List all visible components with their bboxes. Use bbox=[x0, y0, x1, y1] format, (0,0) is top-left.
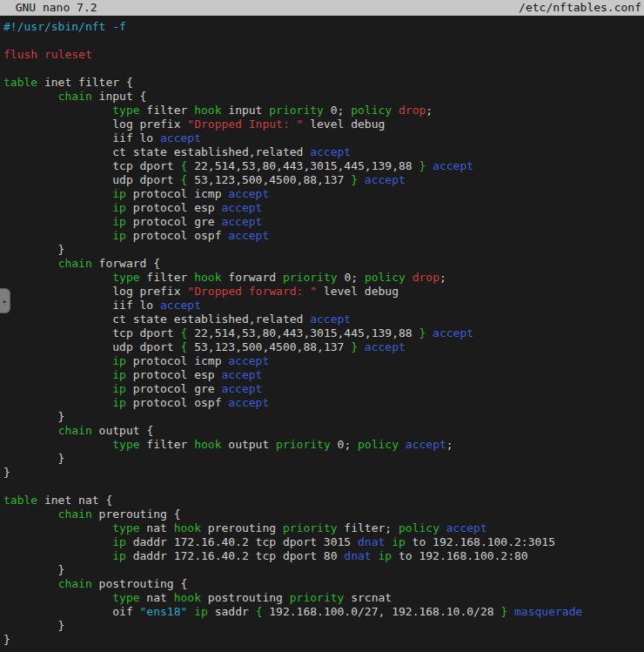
code-segment bbox=[3, 215, 112, 228]
chevron-right-icon: ▸ bbox=[3, 294, 7, 308]
code-segment: accept bbox=[433, 159, 473, 172]
code-segment: udp dport bbox=[112, 173, 180, 186]
code-segment: postrouting { bbox=[92, 577, 188, 590]
code-line: tcp dport { 22,514,53,80,443,3015,445,13… bbox=[3, 159, 644, 173]
code-segment: 53,123,500,4500,88,137 bbox=[187, 340, 351, 353]
code-segment: hook bbox=[174, 521, 201, 534]
code-segment: } bbox=[3, 452, 64, 465]
code-segment: ip bbox=[112, 382, 126, 395]
code-segment: ip bbox=[112, 201, 126, 214]
code-segment: ip bbox=[112, 549, 126, 562]
code-segment: policy bbox=[365, 271, 406, 284]
code-segment: ip bbox=[194, 605, 208, 618]
code-segment: chain bbox=[58, 507, 92, 521]
code-line: tcp dport { 22,514,53,80,443,3015,445,13… bbox=[3, 326, 644, 340]
code-segment: inet filter { bbox=[37, 76, 133, 89]
code-segment bbox=[3, 591, 112, 604]
code-segment: policy bbox=[399, 521, 439, 534]
code-segment: forward bbox=[221, 271, 282, 284]
code-segment: iif lo bbox=[112, 131, 160, 145]
code-line: ip daddr 172.16.40.2 tcp dport 80 dnat i… bbox=[3, 549, 644, 563]
code-segment: drop bbox=[413, 271, 439, 284]
code-segment bbox=[3, 521, 112, 534]
code-segment: protocol ospf bbox=[126, 396, 228, 409]
code-segment: 53,123,500,4500,88,137 bbox=[187, 173, 351, 186]
code-segment: } bbox=[351, 340, 358, 353]
code-segment: } bbox=[351, 173, 358, 186]
code-segment: input bbox=[221, 104, 269, 117]
code-line: type nat hook prerouting priority filter… bbox=[3, 521, 644, 535]
console-panel-toggle[interactable]: ▸ bbox=[0, 288, 10, 313]
code-line: type nat hook postrouting priority srcna… bbox=[3, 591, 644, 605]
code-segment bbox=[3, 507, 58, 521]
code-line: log prefix "Dropped Input: " level debug bbox=[3, 118, 644, 131]
code-segment: saddr bbox=[208, 605, 256, 618]
code-segment: 0; bbox=[324, 104, 351, 117]
code-segment: } bbox=[3, 633, 10, 646]
code-segment: accept bbox=[160, 299, 201, 312]
code-line: ip daddr 172.16.40.2 tcp dport 3015 dnat… bbox=[3, 535, 644, 549]
code-line: chain input { bbox=[3, 90, 644, 104]
code-segment bbox=[3, 257, 58, 270]
code-segment: priority bbox=[276, 438, 331, 451]
code-segment bbox=[3, 173, 112, 186]
code-segment: daddr 172.16.40.2 tcp dport 3015 bbox=[126, 535, 358, 548]
code-line: table inet filter { bbox=[3, 76, 644, 90]
code-segment: ip bbox=[112, 229, 126, 242]
code-segment bbox=[3, 424, 58, 437]
code-segment bbox=[385, 535, 392, 548]
code-line bbox=[3, 62, 644, 76]
code-segment: policy bbox=[358, 438, 399, 451]
code-line: } bbox=[3, 619, 644, 633]
code-segment bbox=[3, 313, 112, 326]
code-segment bbox=[3, 340, 112, 353]
code-segment bbox=[3, 368, 112, 381]
code-segment: ip bbox=[112, 535, 126, 548]
nano-titlebar: GNU nano 7.2 /etc/nftables.conf bbox=[0, 0, 644, 16]
code-segment: 192.168.100.0/27, 192.168.10.0/28 bbox=[262, 605, 500, 618]
code-segment: ; bbox=[439, 271, 446, 284]
code-segment: priority bbox=[290, 591, 345, 604]
code-segment: log prefix bbox=[112, 285, 187, 298]
code-segment bbox=[3, 299, 112, 312]
code-segment: policy bbox=[351, 104, 392, 117]
code-line: ip protocol ospf accept bbox=[3, 229, 644, 243]
code-segment: nat bbox=[140, 521, 174, 534]
code-line: } bbox=[3, 466, 644, 480]
code-segment: ip bbox=[112, 354, 126, 367]
code-line: ip protocol gre accept bbox=[3, 215, 644, 229]
code-line bbox=[3, 480, 644, 494]
code-segment: protocol esp bbox=[126, 368, 222, 381]
code-segment: output bbox=[221, 438, 276, 451]
code-segment bbox=[3, 438, 112, 451]
code-segment: udp dport bbox=[112, 340, 180, 353]
code-segment: oif bbox=[112, 605, 139, 618]
code-segment: ct state established,related bbox=[112, 313, 310, 326]
editor-text-area[interactable]: #!/usr/sbin/nft -f flush ruleset table i… bbox=[0, 16, 644, 647]
code-line: chain prerouting { bbox=[3, 507, 644, 521]
code-segment bbox=[3, 577, 58, 590]
code-segment: nat bbox=[140, 591, 174, 604]
code-line: } bbox=[3, 243, 644, 257]
code-segment: hook bbox=[194, 438, 221, 451]
code-segment: filter bbox=[140, 104, 195, 117]
code-segment: accept bbox=[228, 354, 269, 367]
code-line: ip protocol gre accept bbox=[3, 382, 644, 396]
code-segment: type bbox=[112, 591, 139, 604]
code-segment: ip bbox=[112, 368, 126, 381]
code-segment: accept bbox=[433, 326, 473, 339]
code-segment: drop bbox=[399, 104, 426, 117]
code-segment: log prefix bbox=[112, 118, 187, 131]
code-line: ct state established,related accept bbox=[3, 145, 644, 159]
code-segment bbox=[187, 605, 194, 618]
code-line: ip protocol icmp accept bbox=[3, 187, 644, 201]
code-segment: accept bbox=[221, 368, 262, 381]
code-line: iif lo accept bbox=[3, 299, 644, 313]
code-line: iif lo accept bbox=[3, 131, 644, 145]
code-line bbox=[3, 34, 644, 48]
code-segment: ; bbox=[426, 104, 433, 117]
code-segment: dnat bbox=[358, 535, 385, 548]
code-segment: flush ruleset bbox=[3, 48, 92, 61]
code-segment: prerouting { bbox=[92, 507, 181, 521]
code-segment bbox=[3, 354, 112, 367]
